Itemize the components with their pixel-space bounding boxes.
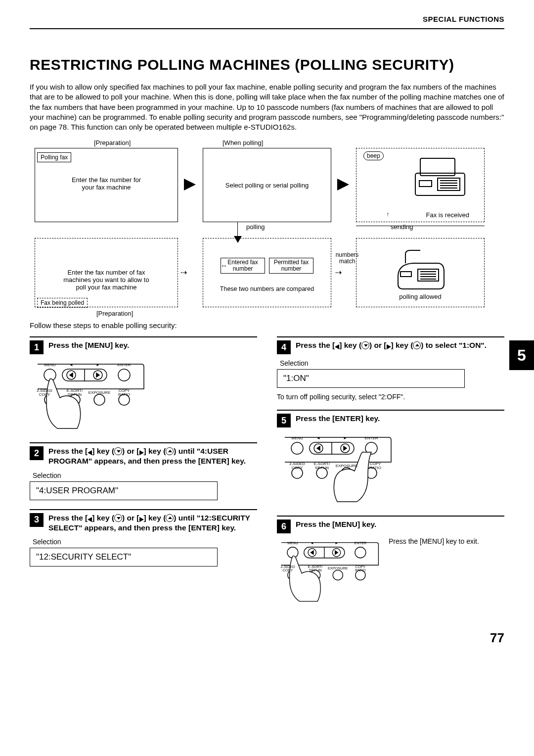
control-panel-6: MENU ◄► ENTER 2-SIDEDCOPY E-SORT/SP.FUN … — [277, 537, 381, 607]
page-number: 77 — [30, 630, 504, 646]
box-prep-top: Polling fax Enter the fax number for you… — [35, 148, 178, 222]
step-number: 1 — [30, 340, 44, 354]
svg-point-70 — [333, 570, 343, 580]
svg-point-37 — [291, 442, 303, 454]
svg-text:RATIO: RATIO — [355, 568, 366, 572]
selection-label: Selection — [33, 472, 257, 479]
svg-text:MENU: MENU — [287, 541, 298, 546]
svg-point-67 — [355, 547, 366, 558]
svg-text:EXPOSURE: EXPOSURE — [89, 390, 110, 395]
svg-marker-19 — [96, 373, 99, 377]
svg-text:ENTER: ENTER — [364, 436, 378, 440]
svg-text:►: ► — [96, 363, 100, 367]
right-triangle-icon — [139, 517, 144, 522]
page-title: RESTRICTING POLLING MACHINES (POLLING SE… — [30, 56, 504, 73]
circle-down-icon — [114, 447, 122, 455]
step-text: Press the [] key () or [] key () until "… — [48, 446, 257, 466]
svg-point-24 — [94, 394, 105, 405]
svg-text:COPY: COPY — [292, 466, 303, 470]
svg-marker-17 — [70, 373, 73, 377]
box-polling-fax: Polling fax — [37, 152, 71, 162]
control-panel-1: MENU ◄► ENTER 2-SIDEDCOPY E-SORT/SP.FUN … — [33, 359, 146, 433]
box-receive: beep ↑ Fax is received — [356, 148, 485, 222]
step-text: Press the [MENU] key. — [48, 340, 129, 350]
svg-text:ENTER: ENTER — [355, 541, 367, 546]
svg-text:COPY: COPY — [39, 392, 50, 397]
box-compare: Entered fax number ↔ Permitted fax numbe… — [203, 238, 331, 307]
arrow-right-1 — [184, 179, 196, 190]
svg-text:►: ► — [343, 436, 347, 440]
dashed-arrow-1: ⇢ — [180, 268, 187, 277]
top-rule — [30, 28, 504, 29]
step4-note: To turn off polling security, select "2:… — [277, 393, 504, 401]
svg-text:COPY: COPY — [283, 568, 293, 572]
svg-point-21 — [118, 369, 130, 381]
beep-bubble: beep — [363, 151, 384, 160]
flowchart: [Preparation] [When polling] Polling fax… — [30, 139, 504, 317]
svg-rect-0 — [415, 173, 465, 195]
step-text: Press the [ENTER] key. — [296, 414, 380, 424]
box-prep-bottom: Enter the fax number of fax machines you… — [35, 238, 178, 307]
double-arrow-icon: ↔ — [221, 262, 227, 270]
dashed-arrow-2: ⇢ — [335, 268, 342, 277]
svg-text:RATIO: RATIO — [118, 392, 130, 397]
svg-text:EXPOSURE: EXPOSURE — [336, 464, 357, 468]
step-6: 6 Press the [MENU] key. — [277, 516, 504, 607]
svg-text:◄: ◄ — [316, 436, 320, 440]
svg-marker-42 — [344, 446, 347, 450]
svg-rect-2 — [438, 178, 460, 190]
left-triangle-icon — [88, 517, 92, 522]
svg-text:RATIO: RATIO — [369, 466, 381, 470]
selection-label: Selection — [33, 538, 257, 546]
right-triangle-icon — [139, 450, 144, 455]
line-sending — [356, 226, 485, 226]
control-panel-5: MENU ◄► ENTER 2-SIDEDCOPY E-SORT/SP.FUN … — [280, 432, 394, 507]
step-number: 3 — [30, 513, 44, 527]
step-number: 5 — [277, 414, 291, 427]
step-number: 6 — [277, 520, 291, 533]
svg-marker-63 — [311, 551, 313, 554]
right-column: 4 Press the [] key () or [] key () to se… — [277, 336, 504, 615]
box-fax-being-polled: Fax being polled — [37, 298, 88, 308]
svg-rect-13 — [400, 272, 411, 277]
step-1: 1 Press the [MENU] key. — [30, 336, 257, 433]
svg-marker-65 — [335, 551, 338, 554]
svg-text:MENU: MENU — [291, 436, 303, 440]
step-text: Press the [] key () or [] key () until "… — [48, 513, 257, 533]
box-select-polling: Select polling or serial polling — [203, 148, 331, 222]
text-compared: These two numbers are compared — [220, 285, 314, 292]
svg-text:◄: ◄ — [69, 363, 73, 367]
step-number: 2 — [30, 446, 44, 460]
left-column: 1 Press the [MENU] key. — [30, 336, 257, 575]
svg-text:ENTER: ENTER — [117, 363, 131, 367]
label-preparation-top: [Preparation] — [94, 139, 131, 146]
step-5: 5 Press the [ENTER] key. — [277, 410, 504, 507]
selection-value: "12:SECURITY SELECT" — [30, 548, 218, 567]
right-triangle-icon — [387, 344, 391, 349]
fax-machine-icon-2 — [391, 244, 450, 294]
box-polling-allowed: polling allowed — [356, 238, 485, 307]
intro-paragraph: If you wish to allow only specified fax … — [30, 82, 504, 132]
text-enter-allow: Enter the fax number of fax machines you… — [59, 269, 153, 291]
selection-value: "4:USER PROGRAM" — [30, 481, 218, 500]
step-3: 3 Press the [] key () or [] key () until… — [30, 509, 257, 567]
svg-text:EXPOSURE: EXPOSURE — [328, 567, 348, 571]
arrow-right-2 — [337, 179, 349, 190]
svg-text:SP.FUN: SP.FUN — [309, 568, 322, 572]
label-when-polling: [When polling] — [222, 139, 263, 146]
svg-text:SP.FUN: SP.FUN — [68, 392, 82, 397]
label-preparation-bottom: [Preparation] — [96, 310, 133, 317]
line-polling-down — [237, 222, 238, 237]
circle-down-icon — [361, 341, 369, 349]
step-text: Press the [] key () or [] key () to sele… — [296, 340, 487, 350]
left-triangle-icon — [88, 450, 92, 455]
circle-up-icon — [166, 514, 174, 522]
arrow-fax-received: ↑ — [386, 211, 389, 218]
svg-rect-7 — [419, 181, 432, 187]
step-text: Press the [MENU] key. — [296, 520, 376, 529]
chapter-tab: 5 — [509, 340, 534, 370]
section-header: SPECIAL FUNCTIONS — [30, 15, 504, 23]
text-select-polling: Select polling or serial polling — [225, 182, 309, 189]
step-2: 2 Press the [] key () or [] key () until… — [30, 442, 257, 500]
svg-text:►: ► — [335, 541, 338, 546]
